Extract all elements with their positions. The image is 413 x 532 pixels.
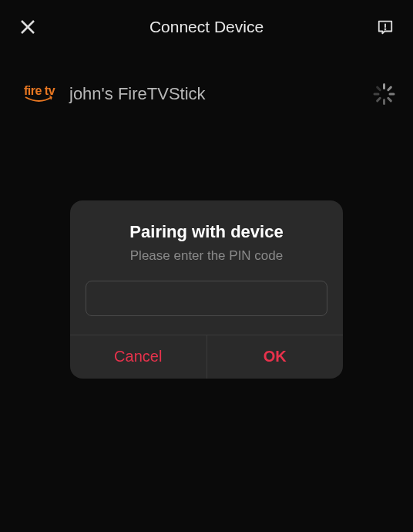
close-icon[interactable] bbox=[18, 18, 37, 36]
smile-icon bbox=[24, 96, 55, 103]
modal-subtitle: Please enter the PIN code bbox=[86, 248, 327, 264]
ok-button[interactable]: OK bbox=[207, 335, 344, 379]
device-name-label: john's FireTVStick bbox=[69, 84, 373, 104]
pin-input[interactable] bbox=[86, 281, 327, 316]
firetv-logo: fire tv bbox=[18, 85, 60, 103]
loading-spinner-icon bbox=[373, 83, 395, 105]
page-title: Connect Device bbox=[149, 18, 264, 36]
header-bar: Connect Device bbox=[0, 0, 413, 54]
pairing-modal: Pairing with device Please enter the PIN… bbox=[70, 200, 343, 379]
cancel-button[interactable]: Cancel bbox=[70, 335, 207, 379]
modal-body: Pairing with device Please enter the PIN… bbox=[70, 200, 343, 335]
svg-point-3 bbox=[385, 29, 386, 29]
modal-button-row: Cancel OK bbox=[70, 335, 343, 379]
device-list-item[interactable]: fire tv john's FireTVStick bbox=[0, 69, 413, 119]
report-icon[interactable] bbox=[376, 18, 395, 36]
modal-title: Pairing with device bbox=[86, 222, 327, 242]
